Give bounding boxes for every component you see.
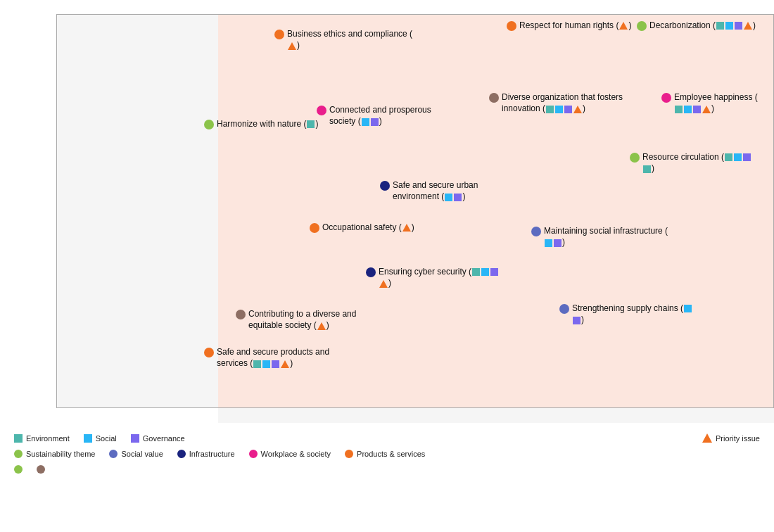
legend-item-dark-blue: Infrastructure <box>177 450 235 458</box>
social-sq-icon <box>84 434 92 443</box>
legend-row-3 <box>14 465 760 474</box>
priority-label: Priority issue <box>716 434 760 443</box>
green-dot-icon <box>14 450 23 458</box>
legend-row-2: Sustainability theme Social value Infras… <box>14 450 760 458</box>
legend-gov-label: Governance <box>143 434 185 443</box>
legend-social-label: Social <box>96 434 117 443</box>
legend-item-env: Environment <box>14 434 70 443</box>
legend-item-social: Social <box>84 434 117 443</box>
legend: Environment Social Governance Priority i… <box>0 423 774 532</box>
legend-item-green2 <box>14 465 23 474</box>
blue-dot-icon <box>109 450 118 458</box>
legend-tri-item: Priority issue <box>702 433 760 443</box>
green2-dot-icon <box>14 465 23 474</box>
darkblue-dot-icon <box>177 450 186 458</box>
legend-item-pink: Workplace & society <box>249 450 331 458</box>
gov-sq-icon <box>131 434 139 443</box>
pink-dot-label: Workplace & society <box>261 450 331 458</box>
env-sq-icon <box>14 434 23 443</box>
brown-dot-icon <box>37 465 45 474</box>
y-axis-area <box>56 14 218 408</box>
blue-dot-label: Social value <box>121 450 163 458</box>
legend-item-green: Sustainability theme <box>14 450 95 458</box>
pink-region <box>218 14 774 408</box>
chart-area <box>28 7 760 429</box>
orange-dot-icon <box>345 450 353 458</box>
legend-item-gov: Governance <box>131 434 185 443</box>
orange-dot-label: Products & services <box>357 450 425 458</box>
legend-row-1: Environment Social Governance Priority i… <box>14 433 760 443</box>
legend-item-orange: Products & services <box>345 450 425 458</box>
darkblue-dot-label: Infrastructure <box>189 450 235 458</box>
legend-item-brown <box>37 465 45 474</box>
pink-dot-icon <box>249 450 258 458</box>
legend-env-label: Environment <box>26 434 70 443</box>
green-dot-label: Sustainability theme <box>26 450 95 458</box>
priority-tri-icon <box>702 433 712 443</box>
legend-item-blue-light: Social value <box>109 450 163 458</box>
